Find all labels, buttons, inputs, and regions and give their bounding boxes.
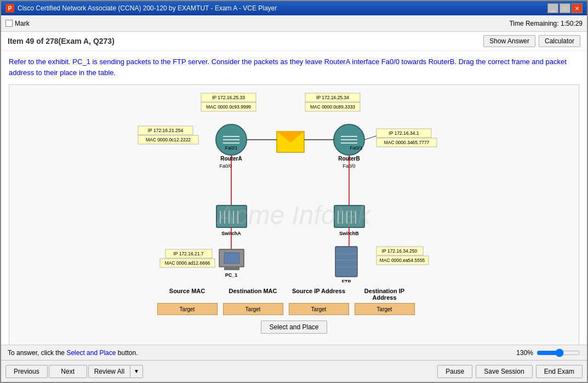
question-text: Refer to the exhibit. PC_1 is sending pa… <box>9 56 579 78</box>
source-mac-target[interactable]: Target <box>157 303 218 315</box>
pause-button[interactable]: Pause <box>437 365 472 378</box>
nav-right: Pause Save Session End Exam <box>437 365 583 378</box>
next-button[interactable]: Next <box>49 365 87 378</box>
review-all-button[interactable]: Review All <box>88 365 130 378</box>
status-text: To answer, click the Select and Place bu… <box>8 349 138 357</box>
routerA-left-ip: IP 172.16.21.254 <box>147 128 183 133</box>
question-title: Item 49 of 278(Exam A, Q273) <box>8 37 115 45</box>
source-ip-target[interactable]: Target <box>289 303 349 315</box>
status-bar: To answer, click the Select and Place bu… <box>1 345 587 360</box>
routerA-fa0-0: Fa0/0 <box>219 163 232 169</box>
close-button[interactable]: ✕ <box>572 3 583 13</box>
routerA-left-mac: MAC 0000.0c12.2222 <box>145 137 190 142</box>
time-remaining: Time Remaining: 1:50:29 <box>509 20 583 27</box>
svg-line-18 <box>364 136 376 140</box>
dest-mac-target[interactable]: Target <box>223 303 283 315</box>
routerB-ip-label: IP 172.16.25.34 <box>316 95 349 100</box>
routerB-mac-label: MAC 0000.0c89.3333 <box>310 104 355 110</box>
routerA-mac-label: MAC 0000.0c93.9999 <box>205 104 250 110</box>
mark-label: Mark <box>15 20 30 27</box>
dest-ip-target[interactable]: Target <box>355 303 415 315</box>
restore-button[interactable]: □ <box>560 3 570 13</box>
table-headers: Source MAC Destination MAC Source IP Add… <box>157 288 431 301</box>
routerA-fa0-1-below: Fa0/1 <box>225 145 237 151</box>
routerB-fa0-1: Fa0/1 <box>350 145 362 151</box>
zoom-area: 130% <box>516 348 580 357</box>
routerA-ip-label: IP 172.16.25.33 <box>212 95 245 100</box>
dest-mac-header: Destination MAC <box>223 288 283 301</box>
review-all-wrap: Review All ▼ <box>88 365 143 378</box>
nav-left: Previous Next Review All ▼ <box>5 365 143 378</box>
svg-rect-32 <box>224 253 239 264</box>
window-controls: _ □ ✕ <box>547 3 583 13</box>
exhibit-area: Acme Infotek IP 172.16.25.33 MAC 0000.0c… <box>9 84 579 345</box>
nav-bar: Previous Next Review All ▼ Pause Save Se… <box>1 360 587 382</box>
source-mac-header: Source MAC <box>157 288 218 301</box>
dest-ip-header: Destination IP Address <box>355 288 415 301</box>
title-bar-left: P Cisco Certified Network Associate (CCN… <box>5 4 277 13</box>
mark-area: Mark <box>5 20 30 27</box>
svg-rect-35 <box>334 205 364 227</box>
window-title: Cisco Certified Network Associate (CCNA)… <box>18 4 277 12</box>
question-text-blue: Refer to the exhibit. PC_1 is sending pa… <box>9 58 456 66</box>
ftp-mac: MAC 0000.ea54.5555 <box>379 258 425 263</box>
show-answer-button[interactable]: Show Answer <box>483 35 535 47</box>
select-and-place-button[interactable]: Select and Place <box>261 321 327 334</box>
end-exam-button[interactable]: End Exam <box>536 365 583 378</box>
ftp-ip: IP 172.16.34.250 <box>381 248 417 254</box>
zoom-label: 130% <box>516 349 533 357</box>
ftp-label: FTP <box>341 279 351 282</box>
table-targets: Target Target Target Target <box>157 303 431 315</box>
app-icon: P <box>5 4 14 13</box>
previous-button[interactable]: Previous <box>5 365 48 378</box>
header-buttons: Show Answer Calculator <box>483 35 580 47</box>
select-place-link[interactable]: Select and Place <box>66 349 116 357</box>
status-text-part1: To answer, click the <box>8 349 66 357</box>
routerB-right-mac: MAC 0000.3465.7777 <box>384 140 429 145</box>
minimize-button[interactable]: _ <box>547 3 558 13</box>
pc1-label: PC_1 <box>225 272 237 278</box>
zoom-slider[interactable] <box>536 348 580 357</box>
status-text-part2: button. <box>116 349 138 357</box>
routerB-right-ip: IP 172.16.34.1 <box>389 130 419 136</box>
network-diagram: IP 172.16.25.33 MAC 0000.0c93.9999 IP 17… <box>130 90 459 282</box>
mark-checkbox[interactable] <box>5 20 13 27</box>
calculator-button[interactable]: Calculator <box>539 35 580 47</box>
pc1-mac: MAC 0000.ad12.6666 <box>164 260 210 266</box>
question-header: Item 49 of 278(Exam A, Q273) Show Answer… <box>1 32 587 51</box>
pc1-ip: IP 172.16.21.7 <box>173 251 203 256</box>
answer-table: Source MAC Destination MAC Source IP Add… <box>157 288 431 315</box>
review-all-dropdown[interactable]: ▼ <box>130 365 143 378</box>
svg-rect-44 <box>335 247 357 277</box>
source-ip-header: Source IP Address <box>289 288 349 301</box>
main-window: P Cisco Certified Network Associate (CCN… <box>0 0 588 383</box>
svg-rect-33 <box>224 267 239 270</box>
title-bar: P Cisco Certified Network Associate (CCN… <box>1 1 587 15</box>
save-session-button[interactable]: Save Session <box>476 365 532 378</box>
toolbar: Mark Time Remaining: 1:50:29 <box>1 15 587 32</box>
content-area[interactable]: Refer to the exhibit. PC_1 is sending pa… <box>1 51 587 345</box>
svg-rect-22 <box>216 205 247 227</box>
